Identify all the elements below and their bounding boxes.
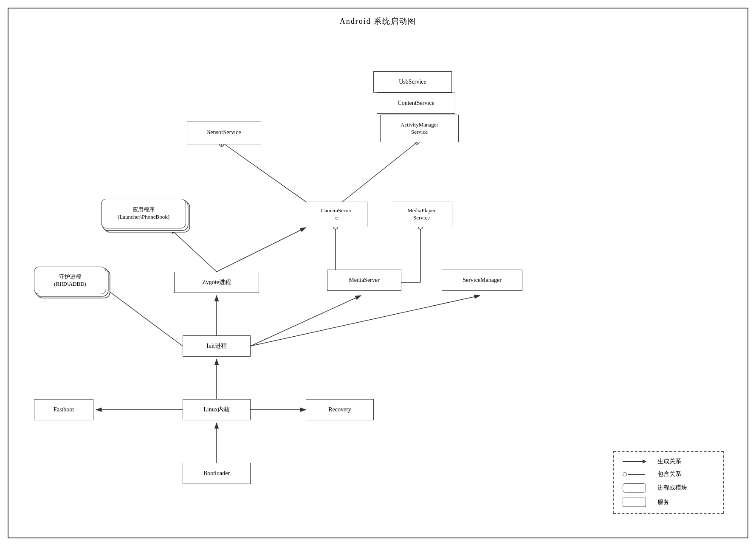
cameraservice-box: CameraServic e [306, 202, 367, 227]
sensorservice-label: SensorService [207, 129, 241, 136]
legend-arrow-row: 生成关系 [623, 458, 714, 465]
svg-line-11 [217, 228, 306, 272]
fastboot-label: Fastboot [54, 406, 74, 414]
legend-process-icon [623, 483, 646, 493]
activitymanager-label: ActivityManager Service [401, 121, 438, 136]
legend-service-icon [623, 498, 646, 507]
mediaserver-box: MediaServer [327, 270, 401, 291]
daemon-box: 守护进程 (RIID\ADBD) [34, 267, 106, 294]
servicemanager-box: ServiceManager [442, 270, 522, 291]
init-box: Init进程 [183, 335, 251, 357]
mediaserver-label: MediaServer [349, 276, 379, 284]
legend-circle-label: 包含关系 [657, 470, 681, 478]
bootloader-box: Bootloader [183, 463, 251, 484]
fastboot-box: Fastboot [34, 399, 93, 420]
linux-label: Linux内核 [203, 406, 229, 414]
contentservice-box: ContentService [377, 93, 455, 114]
outer-border: Android 系统启动图 [8, 8, 748, 538]
svg-line-10 [170, 228, 217, 272]
usbservice-box: UsbService [373, 71, 452, 93]
mediaplayerservice-box: MediaPlayer Service [391, 202, 452, 227]
servicemanager-label: ServiceManager [463, 276, 502, 284]
sensorservice-box: SensorService [187, 121, 261, 144]
diagram-area: Bootloader Linux内核 Fastboot Recovery Ini… [8, 30, 749, 539]
legend-arrow-label: 生成关系 [657, 458, 681, 465]
svg-line-7 [100, 284, 183, 346]
app-label: 应用程序 (Launcher\PhoneBook) [118, 206, 169, 221]
legend-service-symbol [623, 498, 652, 507]
cameraservice-label: CameraServic e [321, 207, 353, 222]
diagram-title: Android 系统启动图 [8, 8, 748, 26]
app-box: 应用程序 (Launcher\PhoneBook) [101, 199, 186, 228]
usbservice-label: UsbService [399, 78, 426, 86]
zygote-label: Zygote进程 [202, 279, 231, 286]
legend-circle-line-part [628, 474, 645, 475]
mediaplayerservice-label: MediaPlayer Service [407, 207, 435, 222]
legend-process-row: 进程或模块 [623, 483, 714, 493]
legend-arrow-symbol [623, 461, 652, 462]
legend-circle-row: 包含关系 [623, 470, 714, 478]
recovery-box: Recovery [306, 399, 374, 420]
svg-line-8 [251, 296, 361, 346]
recovery-label: Recovery [328, 406, 351, 414]
legend-circle-dot [623, 472, 627, 476]
linux-box: Linux内核 [183, 399, 251, 420]
legend-service-label: 服务 [657, 498, 669, 506]
daemon-label: 守护进程 (RIID\ADBD) [54, 273, 86, 288]
legend-process-label: 进程或模块 [657, 484, 687, 492]
activitymanager-box: ActivityManager Service [380, 115, 459, 142]
svg-line-9 [251, 296, 480, 346]
legend-service-row: 服务 [623, 498, 714, 507]
bootloader-label: Bootloader [203, 470, 230, 477]
legend-circle-icon [623, 472, 645, 476]
contentservice-label: ContentService [398, 99, 434, 107]
legend: 生成关系 包含关系 进程或模块 [613, 451, 724, 514]
legend-circle-symbol [623, 472, 652, 476]
init-label: Init进程 [206, 342, 226, 350]
legend-process-symbol [623, 483, 652, 493]
zygote-box: Zygote进程 [174, 272, 259, 293]
legend-arrow-icon [623, 461, 646, 462]
